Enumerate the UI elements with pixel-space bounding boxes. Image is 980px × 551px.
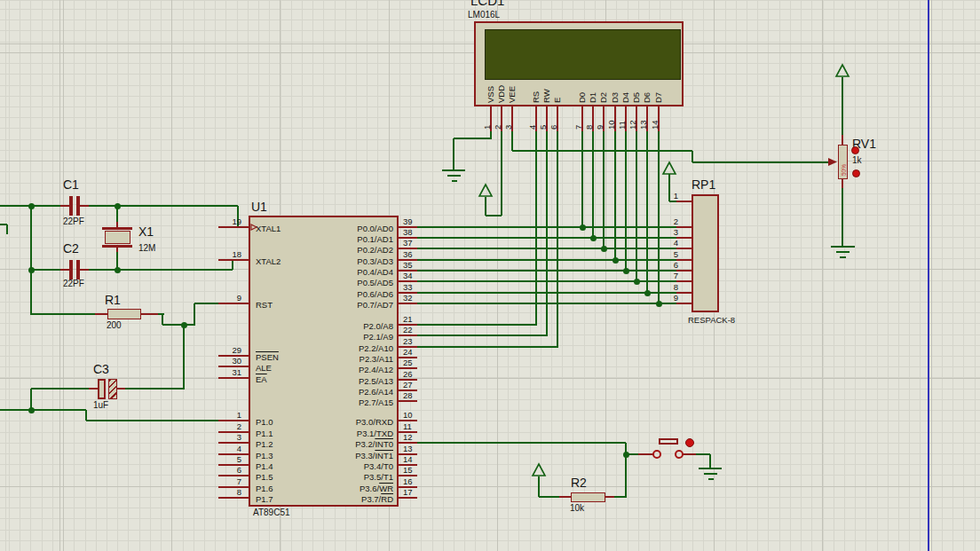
c3-ref-label[interactable]: C3 <box>93 363 109 375</box>
wire[interactable] <box>31 269 60 271</box>
wire[interactable] <box>89 205 238 207</box>
wire[interactable] <box>614 496 627 498</box>
wire[interactable] <box>417 270 676 272</box>
wire[interactable] <box>614 131 616 261</box>
r2-value-label[interactable]: 10k <box>570 503 584 513</box>
r1-ref-label[interactable]: R1 <box>105 294 121 306</box>
wire[interactable] <box>692 161 829 163</box>
pin-name: D7 <box>654 92 663 103</box>
pin-stub <box>218 442 249 444</box>
wire[interactable] <box>842 77 843 135</box>
wire[interactable] <box>6 224 8 234</box>
schematic-canvas[interactable]: U1 AT89C51 <box>0 0 980 551</box>
wire[interactable] <box>511 131 513 151</box>
wire[interactable] <box>592 131 594 239</box>
wire[interactable] <box>603 131 605 249</box>
r2-ref-label[interactable]: R2 <box>571 476 587 489</box>
wire[interactable] <box>417 346 557 348</box>
power-arrow-icon[interactable] <box>478 184 493 197</box>
wire[interactable] <box>417 292 676 294</box>
wire[interactable] <box>162 324 195 326</box>
pin-number: 28 <box>403 391 413 400</box>
r1-body[interactable] <box>107 309 141 319</box>
wire[interactable] <box>194 303 195 325</box>
rp1-body[interactable] <box>692 194 719 312</box>
wire[interactable] <box>538 476 540 497</box>
wire[interactable] <box>417 259 676 261</box>
wire[interactable] <box>89 269 233 271</box>
wire[interactable] <box>453 138 454 170</box>
wire[interactable] <box>546 131 548 336</box>
lcd1-ref-label[interactable]: LCD1 <box>470 0 504 7</box>
wire[interactable] <box>86 420 222 421</box>
wire[interactable] <box>417 248 676 249</box>
power-arrow-icon[interactable] <box>532 463 546 476</box>
wire[interactable] <box>709 454 711 468</box>
wire[interactable] <box>658 131 660 304</box>
x1-body[interactable] <box>105 231 130 244</box>
pin-name: P1.0 <box>256 418 273 427</box>
wire[interactable] <box>696 453 710 455</box>
pin-name: P2.6/A14 <box>296 388 393 397</box>
wire[interactable] <box>485 197 486 216</box>
pin-number: 27 <box>403 381 413 390</box>
marker-dot <box>852 169 860 177</box>
x1-value-label[interactable]: 12M <box>138 243 155 253</box>
wire[interactable] <box>625 131 627 272</box>
pin-number: 25 <box>403 358 413 367</box>
pin-name: PSEN <box>256 353 279 362</box>
power-arrow-icon[interactable] <box>662 161 676 175</box>
wire[interactable] <box>30 206 32 315</box>
junction-dot <box>601 246 607 252</box>
pin-name: P1.6 <box>256 484 273 493</box>
wire[interactable] <box>232 260 233 270</box>
x1-ref-label[interactable]: X1 <box>138 225 154 238</box>
pin-number: 21 <box>403 315 413 324</box>
wire[interactable] <box>417 442 626 444</box>
c2-value-label[interactable]: 22PF <box>63 279 84 288</box>
c1-value-label[interactable]: 22PF <box>63 216 84 226</box>
pin-name: P2.4/A12 <box>296 366 393 374</box>
pin-number: 18 <box>218 250 241 259</box>
pin-number: 22 <box>403 326 413 335</box>
pin-name: D5 <box>632 92 641 103</box>
wire[interactable] <box>183 325 185 389</box>
wire[interactable] <box>417 226 676 228</box>
wire[interactable] <box>486 215 502 216</box>
wire[interactable] <box>125 388 185 390</box>
pin-number: 3 <box>504 125 513 130</box>
wire[interactable] <box>0 409 86 411</box>
wire[interactable] <box>417 237 676 239</box>
r1-value-label[interactable]: 200 <box>107 320 122 330</box>
u1-part-label[interactable]: AT89C51 <box>253 508 290 517</box>
pin-number: 12 <box>628 120 637 130</box>
power-arrow-icon[interactable] <box>835 64 850 77</box>
c1-ref-label[interactable]: C1 <box>63 178 79 191</box>
rp1-part-label[interactable]: RESPACK-8 <box>688 315 735 325</box>
pot-wiper-arrow-icon <box>827 157 838 168</box>
rv1-value-label[interactable]: 1k <box>852 155 862 165</box>
pin-number: 11 <box>618 121 627 130</box>
wire[interactable] <box>31 388 89 390</box>
button-terminal <box>675 450 684 459</box>
wire[interactable] <box>501 131 502 216</box>
wire[interactable] <box>842 188 843 247</box>
lcd1-part-label[interactable]: LM016L <box>468 10 500 20</box>
c2-ref-label[interactable]: C2 <box>63 242 79 255</box>
wire[interactable] <box>31 313 95 315</box>
wire[interactable] <box>557 131 558 348</box>
c3-value-label[interactable]: 1uF <box>93 400 108 410</box>
marker-dot <box>851 146 859 154</box>
wire[interactable] <box>417 324 536 326</box>
u1-ref-label[interactable]: U1 <box>251 201 267 213</box>
wire[interactable] <box>535 131 537 326</box>
r2-body[interactable] <box>571 492 605 502</box>
wire[interactable] <box>417 335 547 336</box>
wire[interactable] <box>454 138 491 139</box>
wire[interactable] <box>539 496 560 498</box>
rp1-ref-label[interactable]: RP1 <box>692 178 715 191</box>
pin-name: P3.2/INT0 <box>296 440 393 449</box>
wire[interactable] <box>581 131 583 228</box>
pin-number: 7 <box>218 477 241 486</box>
wire[interactable] <box>417 303 676 304</box>
